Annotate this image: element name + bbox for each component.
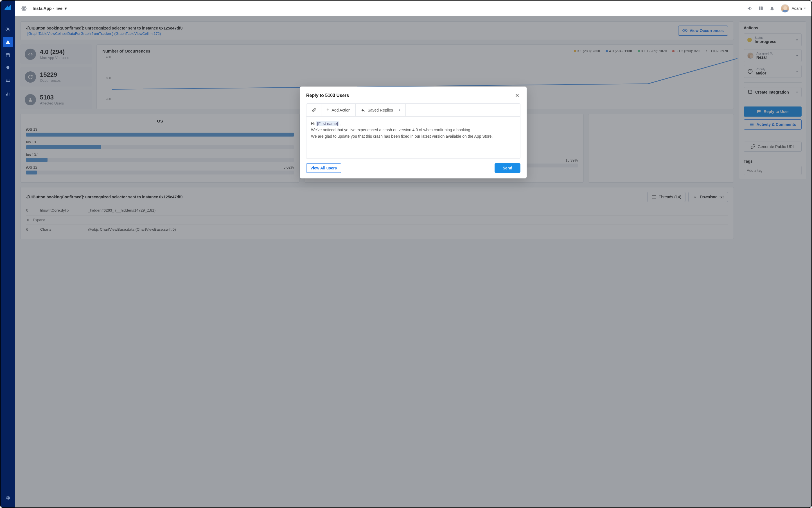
reply-icon (361, 108, 365, 113)
svg-rect-2 (8, 43, 8, 44)
avatar (781, 4, 789, 13)
svg-rect-9 (8, 93, 8, 96)
merge-token: {First name} (316, 121, 339, 126)
user-name: Adam (791, 6, 802, 11)
saved-replies-button[interactable]: Saved Replies▾ (356, 104, 405, 116)
svg-point-0 (7, 28, 9, 30)
chevron-down-icon: ▾ (65, 6, 67, 11)
nav-analytics[interactable] (3, 89, 13, 99)
svg-point-6 (9, 80, 9, 80)
svg-rect-3 (6, 54, 9, 57)
svg-rect-1 (8, 42, 8, 43)
nav-crashes[interactable] (3, 37, 13, 47)
user-menu[interactable]: Adam ▾ (781, 4, 806, 13)
chevron-down-icon: ▾ (399, 108, 400, 112)
nav-users[interactable] (3, 76, 13, 86)
svg-rect-10 (9, 93, 9, 95)
add-action-button[interactable]: +Add Action (321, 104, 356, 116)
modal-overlay[interactable]: Reply to 5103 Users ✕ +Add Action Saved … (15, 16, 811, 507)
paperclip-icon (312, 108, 316, 113)
svg-point-11 (23, 8, 25, 9)
svg-rect-8 (6, 94, 7, 95)
chevron-down-icon: ▾ (804, 6, 806, 10)
logo[interactable] (4, 4, 12, 12)
announce-icon[interactable] (747, 6, 752, 11)
nav-releases[interactable] (3, 50, 13, 60)
nav-feedback[interactable] (3, 63, 13, 73)
nav-bugs[interactable] (3, 24, 13, 34)
modal-textarea[interactable]: Hi {First name} , We've noticed that you… (306, 117, 520, 159)
svg-point-5 (7, 80, 8, 80)
app-name: Insta App - live (33, 6, 63, 11)
framework-icon (21, 5, 27, 11)
svg-point-4 (6, 80, 7, 80)
docs-icon[interactable] (758, 6, 763, 11)
attach-button[interactable] (306, 104, 321, 116)
svg-rect-7 (6, 81, 10, 82)
plus-icon: + (326, 107, 330, 113)
app-selector[interactable]: Insta App - live▾ (33, 6, 67, 11)
send-button[interactable]: Send (495, 163, 520, 173)
close-icon[interactable]: ✕ (514, 92, 520, 99)
modal-title: Reply to 5103 Users (306, 93, 349, 98)
bell-icon[interactable] (770, 6, 775, 11)
reply-modal: Reply to 5103 Users ✕ +Add Action Saved … (300, 87, 527, 178)
nav-settings[interactable] (3, 493, 13, 503)
view-all-users-button[interactable]: View All users (306, 163, 341, 173)
